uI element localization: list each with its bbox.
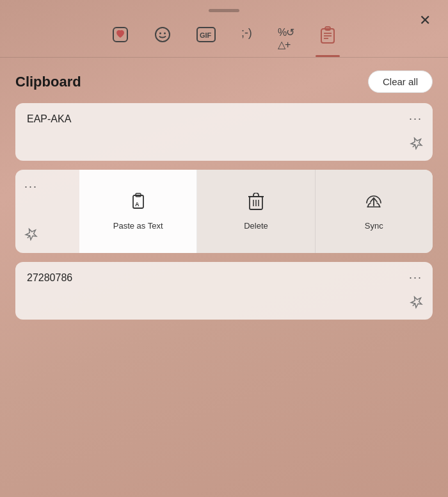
clipboard-item-2: ··· A Paste as Text <box>15 170 433 253</box>
gif-icon: GIF <box>196 26 216 47</box>
delete-icon <box>248 193 264 215</box>
tab-divider <box>0 57 448 58</box>
svg-point-1 <box>156 28 170 42</box>
tab-kaomoji[interactable]: ;-) <box>236 22 257 57</box>
drag-handle <box>0 0 448 17</box>
clear-all-button[interactable]: Clear all <box>368 70 433 93</box>
emoji-icon <box>154 26 171 47</box>
delete-label: Delete <box>244 221 268 231</box>
tab-emoji[interactable] <box>149 22 176 57</box>
clipboard-item-3-pin[interactable] <box>406 293 426 313</box>
clipboard-item-2-more[interactable]: ··· <box>24 180 38 193</box>
svg-point-3 <box>164 33 166 35</box>
tab-symbols[interactable]: %↺△+ <box>273 22 299 57</box>
clipboard-header: Clipboard Clear all <box>15 70 433 93</box>
close-button[interactable]: ✕ <box>413 9 436 32</box>
clipboard-item-1-pin[interactable] <box>406 134 426 154</box>
stickers-icon <box>112 26 129 47</box>
clipboard-item-3[interactable]: 27280786 ··· <box>15 262 433 320</box>
clipboard-title: Clipboard <box>15 74 81 90</box>
clipboard-icon <box>319 26 336 48</box>
clipboard-item-3-more[interactable]: ··· <box>409 271 422 284</box>
paste-as-text-icon: A <box>129 193 147 215</box>
sync-label: Sync <box>365 221 383 231</box>
kaomoji-icon: ;-) <box>241 26 252 40</box>
tab-gif[interactable]: GIF <box>191 22 221 57</box>
delete-button[interactable]: Delete <box>197 170 315 253</box>
clipboard-item-1[interactable]: EAP-AKA ··· <box>15 103 433 161</box>
tab-bar: GIF ;-) %↺△+ <box>0 17 448 57</box>
clipboard-item-1-text: EAP-AKA <box>27 113 71 124</box>
symbols-icon: %↺△+ <box>278 26 294 51</box>
paste-as-text-label: Paste as Text <box>113 221 163 231</box>
clipboard-item-2-left: ··· <box>15 170 79 253</box>
context-menu: A Paste as Text Delete <box>79 170 433 253</box>
sync-button[interactable]: Sync <box>316 170 433 253</box>
svg-text:GIF: GIF <box>200 31 212 39</box>
clipboard-item-3-text: 27280786 <box>27 272 72 283</box>
clipboard-item-2-pin[interactable] <box>20 225 41 245</box>
svg-text:A: A <box>135 201 140 208</box>
tab-clipboard[interactable] <box>314 22 341 57</box>
svg-point-2 <box>159 33 161 35</box>
close-icon: ✕ <box>419 12 431 29</box>
clipboard-item-1-more[interactable]: ··· <box>409 112 422 126</box>
tab-stickers[interactable] <box>107 22 134 57</box>
clipboard-panel: Clipboard Clear all EAP-AKA ··· ··· <box>0 70 448 320</box>
sync-icon <box>364 193 383 215</box>
paste-as-text-button[interactable]: A Paste as Text <box>79 170 197 253</box>
drag-bar <box>209 9 239 12</box>
